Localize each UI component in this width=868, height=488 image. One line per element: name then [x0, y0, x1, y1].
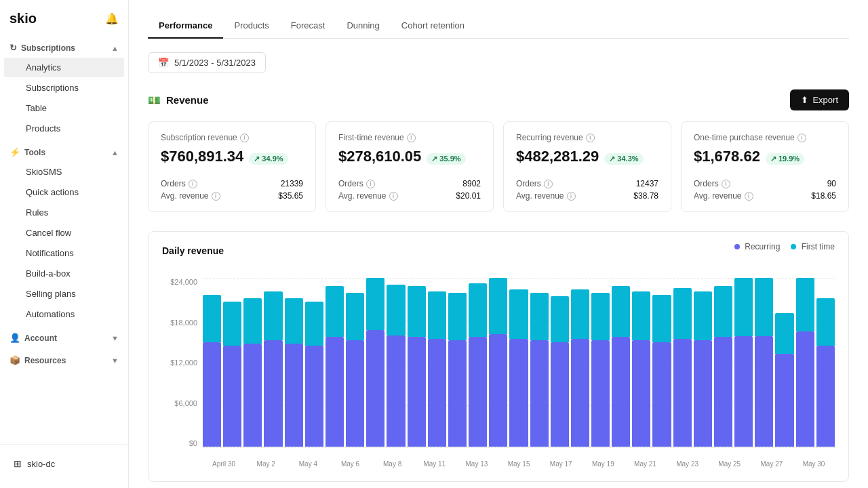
chart-bar-group — [755, 278, 773, 447]
revenue-card-onetime: One-time purchase revenue i $1,678.62 ↗ … — [681, 121, 849, 212]
tab-forecast[interactable]: Forecast — [280, 14, 336, 39]
x-axis-label: May 2 — [245, 460, 287, 468]
bar-recurring — [775, 354, 793, 447]
chart-bar-group — [612, 278, 630, 447]
revenue-section-header: 💵 Revenue ⬆ Export — [148, 89, 849, 110]
firsttime-value: $278,610.05 — [338, 148, 421, 165]
subscription-info-icon[interactable]: i — [240, 134, 249, 142]
sidebar-item-rules[interactable]: Rules — [4, 203, 124, 222]
tab-dunning[interactable]: Dunning — [336, 14, 390, 39]
export-button[interactable]: ⬆ Export — [790, 89, 849, 110]
chart-bar-group — [285, 278, 303, 447]
sidebar-item-products[interactable]: Products — [4, 119, 124, 138]
recurring-dot — [734, 244, 740, 249]
subscription-orders-row: Orders i 21339 — [161, 179, 303, 188]
bar-firsttime — [591, 293, 610, 340]
x-axis-label: May 25 — [709, 460, 751, 468]
chart-bar-group — [346, 278, 364, 447]
recurring-avg-row: Avg. revenue i $38.78 — [516, 191, 658, 201]
firsttime-avg-row: Avg. revenue i $20.01 — [338, 191, 481, 201]
bar-firsttime — [796, 278, 814, 331]
date-range-picker[interactable]: 📅 5/1/2023 - 5/31/2023 — [148, 52, 266, 73]
bar-firsttime — [428, 291, 446, 339]
chart-bar-group — [551, 278, 569, 447]
chart-bar-group — [714, 278, 732, 447]
bar-firsttime — [408, 286, 426, 337]
chart-bar-group — [428, 278, 446, 447]
chart-bars-area — [203, 278, 835, 447]
recurring-value: $482,281.29 — [516, 148, 599, 165]
ft-orders-info-icon[interactable]: i — [366, 180, 375, 188]
bar-firsttime — [775, 313, 793, 354]
ot-avg-info-icon[interactable]: i — [745, 192, 753, 201]
bar-recurring — [223, 346, 241, 447]
revenue-card-firsttime: First-time revenue i $278,610.05 ↗ 35.9%… — [326, 121, 494, 212]
subscription-badge: ↗ 34.9% — [249, 153, 288, 165]
bar-recurring — [448, 340, 467, 447]
tab-performance[interactable]: Performance — [148, 14, 223, 39]
bar-firsttime — [305, 302, 323, 346]
tab-cohort-retention[interactable]: Cohort retention — [391, 14, 475, 39]
store-switcher[interactable]: ⊞ skio-dc — [7, 453, 121, 474]
sidebar-item-table[interactable]: Table — [4, 98, 124, 118]
x-axis-label: May 15 — [498, 460, 540, 468]
resources-icon: 📦 — [9, 355, 20, 365]
recurring-info-icon[interactable]: i — [586, 134, 595, 142]
x-axis-label: April 30 — [203, 460, 245, 468]
sidebar-item-subscriptions[interactable]: Subscriptions — [4, 78, 124, 98]
sidebar-item-skiosms[interactable]: SkioSMS — [4, 162, 124, 182]
sidebar-logo-area: skio 🔔 — [0, 0, 128, 35]
bar-firsttime — [509, 289, 528, 338]
ft-avg-info-icon[interactable]: i — [389, 192, 398, 201]
orders-info-icon[interactable]: i — [189, 180, 197, 188]
rec-avg-info-icon[interactable]: i — [567, 192, 576, 201]
chart-bar-group — [448, 278, 467, 447]
bar-recurring — [734, 336, 753, 447]
card-onetime-value-row: $1,678.62 ↗ 19.9% — [694, 148, 836, 169]
chart-bar-group — [652, 278, 671, 447]
onetime-info-icon[interactable]: i — [797, 134, 806, 142]
sidebar-item-analytics[interactable]: Analytics — [4, 58, 124, 77]
bar-firsttime — [203, 295, 221, 342]
legend-recurring: Recurring — [734, 242, 780, 251]
chart-container: $24,000 $18,000 $12,000 $6,000 $0 April … — [162, 278, 835, 468]
sidebar-item-cancel-flow[interactable]: Cancel flow — [4, 223, 124, 243]
notification-bell-icon[interactable]: 🔔 — [105, 12, 119, 25]
resources-section-header[interactable]: 📦 Resources ▼ — [0, 350, 128, 369]
sidebar-item-selling-plans[interactable]: Selling plans — [4, 284, 124, 304]
bar-recurring — [346, 340, 364, 447]
bar-recurring — [755, 336, 773, 447]
onetime-orders-row: Orders i 90 — [694, 179, 836, 188]
sidebar-section-resources: 📦 Resources ▼ — [0, 350, 128, 369]
bar-firsttime — [469, 283, 487, 338]
subscriptions-section-header[interactable]: ↻ Subscriptions ▲ — [0, 37, 128, 57]
firsttime-info-icon[interactable]: i — [407, 134, 416, 142]
avg-info-icon[interactable]: i — [212, 192, 220, 201]
tab-products[interactable]: Products — [223, 14, 279, 39]
card-recurring-value-row: $482,281.29 ↗ 34.3% — [516, 148, 658, 169]
x-axis-label: May 13 — [456, 460, 498, 468]
bar-recurring — [203, 342, 221, 447]
bar-recurring — [326, 337, 344, 447]
bar-firsttime — [571, 289, 589, 338]
chart-bar-group — [223, 278, 241, 447]
chart-legend: Recurring First time — [734, 242, 835, 251]
rec-orders-info-icon[interactable]: i — [544, 180, 553, 188]
account-section-header[interactable]: 👤 Account ▼ — [0, 327, 128, 347]
sidebar-item-quick-actions[interactable]: Quick actions — [4, 182, 124, 202]
card-recurring-label: Recurring revenue i — [516, 133, 658, 142]
onetime-badge: ↗ 19.9% — [766, 153, 804, 165]
ot-orders-info-icon[interactable]: i — [722, 180, 730, 188]
sidebar-item-build-a-box[interactable]: Build-a-box — [4, 264, 124, 283]
bar-recurring — [408, 337, 426, 447]
daily-revenue-chart: Daily revenue Recurring First time $24,0… — [148, 231, 849, 482]
sidebar-section-tools: ⚡ Tools ▲ SkioSMS Quick actions Rules Ca… — [0, 142, 128, 325]
sidebar-item-notifications[interactable]: Notifications — [4, 243, 124, 263]
bar-firsttime — [551, 296, 569, 342]
tools-section-header[interactable]: ⚡ Tools ▲ — [0, 142, 128, 161]
bar-recurring — [591, 340, 610, 447]
sidebar-section-subscriptions: ↻ Subscriptions ▲ Analytics Subscription… — [0, 37, 128, 139]
sidebar-item-automations[interactable]: Automations — [4, 304, 124, 324]
bar-firsttime — [243, 298, 262, 344]
bar-recurring — [305, 346, 323, 447]
